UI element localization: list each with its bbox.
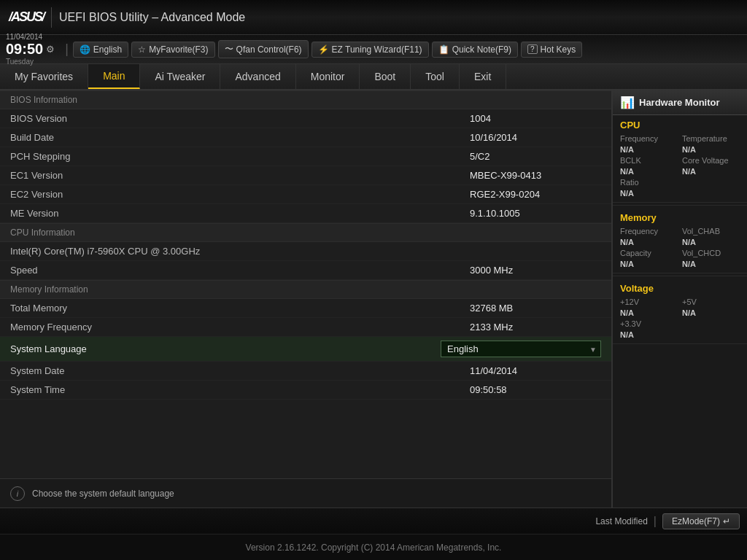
bios-info-section: BIOS Information <box>0 90 611 109</box>
total-memory-label: Total Memory <box>10 303 470 314</box>
ec2-version-value: RGE2-X99-0204 <box>470 189 601 200</box>
cpu-ratio-value: N/A <box>620 189 678 198</box>
total-memory-value: 32768 MB <box>470 303 601 314</box>
topbar: 11/04/2014 09:50 ⚙ Tuesday | 🌐 English ☆… <box>0 35 747 64</box>
language-label: English <box>93 44 122 55</box>
mem-freq-label: Frequency <box>620 227 678 236</box>
pch-stepping-value: 5/C2 <box>470 151 601 162</box>
v33-value: N/A <box>620 330 678 339</box>
v12-value: N/A <box>620 308 678 317</box>
system-language-row: System Language English Français Deutsch… <box>0 337 611 362</box>
logo-divider <box>51 7 52 28</box>
cpu-bclk-value: N/A <box>620 167 678 176</box>
hotkeys-icon: ? <box>527 44 538 54</box>
footer-text: Version 2.16.1242. Copyright (C) 2014 Am… <box>246 542 502 553</box>
mem-volchab-label: Vol_CHAB <box>682 227 740 236</box>
eztuning-button[interactable]: ⚡ EZ Tuning Wizard(F11) <box>311 42 429 58</box>
ezmode-label: EzMode(F7) <box>672 516 720 526</box>
ezmode-button[interactable]: EzMode(F7) ↵ <box>662 513 740 529</box>
info-text: Choose the system default language <box>32 489 174 499</box>
cpu-corevolt-value: N/A <box>682 167 740 176</box>
system-time-label: System Time <box>10 384 470 395</box>
language-dropdown-wrapper: English Français Deutsch 中文(繁體) 中文(简体) 日… <box>441 341 601 357</box>
voltage-section-title: Voltage <box>620 283 740 294</box>
cpu-name-row: Intel(R) Core(TM) i7-5960X CPU @ 3.00GHz <box>0 242 611 261</box>
cpu-speed-label: Speed <box>10 265 470 276</box>
hotkeys-button[interactable]: ? Hot Keys <box>521 42 582 58</box>
hw-monitor-title: Hardware Monitor <box>639 97 720 108</box>
myfavorite-icon: ☆ <box>138 44 146 55</box>
mem-volchcd-label: Vol_CHCD <box>682 249 740 257</box>
hw-divider-1 <box>613 205 747 206</box>
pch-stepping-row: PCH Stepping 5/C2 <box>0 147 611 166</box>
nav-monitor[interactable]: Monitor <box>296 64 360 89</box>
v12-label: +12V <box>620 298 678 306</box>
cpu-hw-section: CPU Frequency Temperature N/A N/A BCLK C… <box>613 115 747 203</box>
myfavorite-label: MyFavorite(F3) <box>149 44 208 55</box>
me-version-label: ME Version <box>10 208 470 219</box>
system-language-label: System Language <box>10 343 441 354</box>
ec1-version-label: EC1 Version <box>10 170 470 181</box>
hw-divider-2 <box>613 276 747 276</box>
quicknote-button[interactable]: 📋 Quick Note(F9) <box>432 42 518 58</box>
language-icon: 🌐 <box>80 44 90 55</box>
qfan-button[interactable]: 〜 Qfan Control(F6) <box>218 40 309 58</box>
datetime-display: 11/04/2014 09:50 ⚙ Tuesday <box>6 33 55 66</box>
ec2-version-row: EC2 Version RGE2-X99-0204 <box>0 185 611 204</box>
left-panel: BIOS Information BIOS Version 1004 Build… <box>0 90 612 508</box>
nav-main[interactable]: Main <box>88 64 140 89</box>
memory-freq-value: 2133 MHz <box>470 322 601 332</box>
last-modified-label: Last Modified <box>595 516 647 526</box>
build-date-row: Build Date 10/16/2014 <box>0 128 611 147</box>
hotkeys-label: Hot Keys <box>541 44 576 55</box>
language-select[interactable]: English Français Deutsch 中文(繁體) 中文(简体) 日… <box>441 341 601 357</box>
system-time-value: 09:50:58 <box>470 384 601 395</box>
mem-capacity-value: N/A <box>620 260 678 268</box>
eztuning-label: EZ Tuning Wizard(F11) <box>332 44 422 55</box>
nav-advanced[interactable]: Advanced <box>220 64 295 89</box>
total-memory-row: Total Memory 32768 MB <box>0 299 611 318</box>
voltage-hw-grid: +12V +5V N/A N/A +3.3V N/A <box>620 298 740 339</box>
language-button[interactable]: 🌐 English <box>73 42 128 58</box>
hardware-monitor-panel: 📊 Hardware Monitor CPU Frequency Tempera… <box>612 90 747 508</box>
bios-version-row: BIOS Version 1004 <box>0 109 611 128</box>
ec1-version-value: MBEC-X99-0413 <box>470 170 601 181</box>
cpu-hw-grid: Frequency Temperature N/A N/A BCLK Core … <box>620 134 740 198</box>
ec1-version-row: EC1 Version MBEC-X99-0413 <box>0 166 611 185</box>
system-time-row: System Time 09:50:58 <box>0 381 611 400</box>
quicknote-label: Quick Note(F9) <box>452 44 511 55</box>
info-icon: i <box>10 486 25 501</box>
clock-display: 09:50 <box>6 41 43 58</box>
main-rows: BIOS Information BIOS Version 1004 Build… <box>0 90 611 478</box>
memory-hw-section: Memory Frequency Vol_CHAB N/A N/A Capaci… <box>613 208 747 273</box>
bios-version-value: 1004 <box>470 113 601 124</box>
nav-my-favorites[interactable]: My Favorites <box>0 64 88 89</box>
date-display: 11/04/2014 <box>6 33 42 41</box>
hw-monitor-icon: 📊 <box>620 96 635 109</box>
cpu-bclk-label: BCLK <box>620 156 678 165</box>
nav-ai-tweaker[interactable]: Ai Tweaker <box>140 64 220 89</box>
build-date-value: 10/16/2014 <box>470 132 601 143</box>
hw-monitor-header: 📊 Hardware Monitor <box>613 90 747 115</box>
cpu-temp-value: N/A <box>682 145 740 154</box>
myfavorite-button[interactable]: ☆ MyFavorite(F3) <box>131 42 214 58</box>
cpu-info-section: CPU Information <box>0 223 611 242</box>
sep1: | <box>65 42 69 57</box>
info-bar: i Choose the system default language <box>0 478 611 508</box>
clock-settings-icon[interactable]: ⚙ <box>46 44 55 55</box>
cpu-speed-value: 3000 MHz <box>470 265 601 276</box>
page-title: UEFI BIOS Utility – Advanced Mode <box>59 11 245 24</box>
voltage-hw-section: Voltage +12V +5V N/A N/A +3.3V N/A <box>613 279 747 344</box>
cpu-speed-row: Speed 3000 MHz <box>0 261 611 280</box>
nav-tool[interactable]: Tool <box>411 64 460 89</box>
cpu-corevolt-label: Core Voltage <box>682 156 740 165</box>
bottom-separator: | <box>654 515 657 528</box>
mem-volchab-value: N/A <box>682 238 740 246</box>
memory-info-section: Memory Information <box>0 280 611 299</box>
memory-freq-row: Memory Frequency 2133 MHz <box>0 318 611 337</box>
header-area: /ASUS/ UEFI BIOS Utility – Advanced Mode <box>0 0 747 35</box>
quicknote-icon: 📋 <box>438 44 449 55</box>
nav-exit[interactable]: Exit <box>460 64 506 89</box>
mem-volchcd-value: N/A <box>682 260 740 268</box>
nav-boot[interactable]: Boot <box>360 64 411 89</box>
